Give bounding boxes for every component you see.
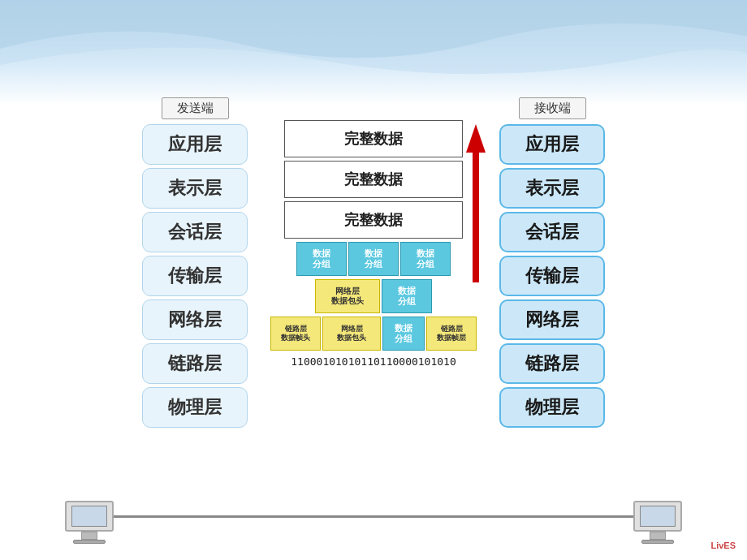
sender-layer-datalink: 链路层 (142, 343, 248, 384)
receiver-layer-stack: 应用层 表示层 会话层 传输层 网络层 链路层 物理层 (499, 124, 605, 428)
pc-monitor-right (633, 501, 682, 532)
sender-layer-transport: 传输层 (142, 256, 248, 296)
sender-column: 发送端 应用层 表示层 会话层 传输层 网络层 链路层 物理层 (142, 97, 248, 428)
receiver-layer-datalink: 链路层 (499, 343, 605, 384)
sender-layer-presentation: 表示层 (142, 168, 248, 209)
link-frame-header: 链路层数据帧头 (270, 317, 321, 351)
main-content: 发送端 应用层 表示层 会话层 传输层 网络层 链路层 物理层 完整数据 完整数… (0, 97, 747, 560)
link-frame-trailer: 链路层数据帧层 (426, 317, 477, 351)
sender-computer (65, 501, 114, 544)
receiver-layer-physical: 物理层 (499, 387, 605, 428)
sender-label: 发送端 (162, 97, 229, 119)
pc-stand-right (650, 532, 666, 540)
receiver-column: 接收端 应用层 表示层 会话层 传输层 网络层 链路层 物理层 (499, 97, 605, 428)
network-segment: 数据分组 (382, 279, 432, 313)
full-data-application: 完整数据 (284, 120, 463, 157)
watermark: LivES (710, 541, 736, 550)
physical-binary: 11000101010110110000101010 (291, 355, 456, 368)
pc-monitor-left (65, 501, 114, 532)
middle-column: 完整数据 完整数据 完整数据 数据分组 数据分组 数据分组 网络层数据包头 数据… (256, 97, 491, 368)
segment-3: 数据分组 (400, 242, 451, 276)
sender-layer-session: 会话层 (142, 212, 248, 252)
full-data-presentation: 完整数据 (284, 161, 463, 198)
network-header: 网络层数据包头 (315, 279, 380, 313)
full-data-session: 完整数据 (284, 201, 463, 239)
receiver-layer-network: 网络层 (499, 299, 605, 340)
sender-layer-network: 网络层 (142, 299, 248, 340)
upward-arrow (464, 120, 488, 291)
receiver-computer (633, 501, 682, 544)
svg-marker-0 (466, 124, 486, 153)
network-layer-row: 网络层数据包头 数据分组 (315, 279, 432, 313)
segment-1: 数据分组 (296, 242, 347, 276)
receiver-layer-presentation: 表示层 (499, 168, 605, 209)
computers-row (0, 501, 747, 544)
receiver-label: 接收端 (519, 97, 586, 119)
receiver-layer-transport: 传输层 (499, 256, 605, 296)
sender-layer-application: 应用层 (142, 124, 248, 165)
pc-screen-right (640, 506, 676, 527)
receiver-layer-application: 应用层 (499, 124, 605, 165)
pc-base-left (73, 540, 106, 544)
link-net-header: 网络层数据包头 (322, 317, 381, 351)
pc-base-right (641, 540, 674, 544)
transport-segments: 数据分组 数据分组 数据分组 (296, 242, 451, 276)
link-layer-row: 链路层数据帧头 网络层数据包头 数据分组 链路层数据帧层 (270, 317, 477, 351)
segment-2: 数据分组 (348, 242, 399, 276)
pc-stand-left (81, 532, 97, 540)
pc-screen-left (71, 506, 107, 527)
sender-layer-stack: 应用层 表示层 会话层 传输层 网络层 链路层 物理层 (142, 124, 248, 428)
svg-rect-1 (473, 153, 479, 282)
sender-layer-physical: 物理层 (142, 387, 248, 428)
link-segment: 数据分组 (382, 317, 425, 351)
background-wave (0, 0, 747, 106)
receiver-layer-session: 会话层 (499, 212, 605, 252)
